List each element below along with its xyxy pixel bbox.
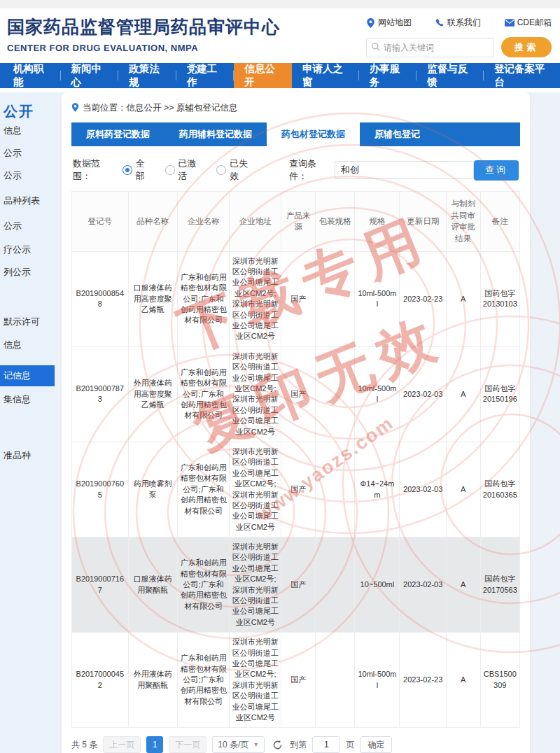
table-row[interactable]: B20190007873 外用液体药用高密度聚乙烯瓶 广东和创药用精密包材有限公… [72, 346, 520, 442]
nav-item-services[interactable]: 办事服务 [359, 63, 417, 88]
cell-update-date: 2023-02-23 [400, 251, 447, 346]
radio-option-all[interactable]: 全部 [122, 157, 154, 183]
tab-raw-material-data[interactable]: 原料药登记数据 [71, 122, 164, 146]
sidebar-item-4[interactable]: 公示 [0, 220, 55, 232]
nav-item-policy[interactable]: 政策法规 [118, 63, 176, 88]
cell-registration-no: B20190008548 [72, 251, 129, 346]
main-nav: 机构职能 新闻中心 政策法规 党建工作 信息公开 申请人之窗 办事服务 监督与反… [0, 63, 560, 88]
col-company-address: 企业地址 [230, 192, 281, 252]
cell-packaging-spec [316, 346, 355, 442]
radio-active-label: 已激活 [178, 157, 206, 183]
query-input[interactable] [335, 161, 474, 179]
cell-company-address: 深圳市光明新区公明街道工业公司塘尾工业区CM2号;深圳市光明新区公明街道工业公司… [230, 346, 281, 442]
tab-excipient-data[interactable]: 药用辅料登记数据 [164, 122, 267, 146]
table-row-highlighted[interactable]: B20190007167 口服液体药用聚酯瓶 广东和创药用精密包材有限公司;广东… [72, 537, 520, 633]
location-pin-icon [71, 103, 79, 114]
search-input[interactable] [384, 43, 461, 52]
search-icon [371, 41, 380, 54]
cell-company-address: 深圳市光明新区公明街道工业公司塘尾工业区CM2号;深圳市光明新区公明街道工业公司… [230, 537, 281, 633]
nav-item-supervision-feedback[interactable]: 监督与反馈 [416, 63, 484, 88]
sidebar-item-8[interactable]: 信息 [0, 339, 55, 351]
col-registration-no: 登记号 [72, 192, 129, 252]
radio-active-icon [165, 165, 175, 175]
cell-remark: 国药包字20160365 [480, 442, 519, 537]
cell-packaging-spec [316, 633, 355, 728]
cell-variety-name: 药用喷雾剂泵 [128, 442, 177, 537]
page-body: 公开 信息 公示 公示 品种列表 公示 疗公示 列公示 默示许可 信息 记信息 … [0, 92, 560, 753]
cell-variety-name: 外用液体药用高密度聚乙烯瓶 [128, 346, 177, 442]
nav-item-info-disclosure[interactable]: 信息公开 [234, 63, 292, 88]
tab-bar: 原料药登记数据 药用辅料登记数据 药包材登记数据 原辅包登记 [71, 122, 520, 146]
cell-registration-no: B20190007605 [72, 442, 129, 537]
sidebar-item-2[interactable]: 公示 [0, 169, 55, 182]
nav-item-org-functions[interactable]: 机构职能 [3, 63, 61, 88]
col-review-result: 与制剂共同审评审批结果 [446, 192, 480, 252]
current-page-button[interactable]: 1 [146, 736, 163, 753]
cell-review-result: A [446, 537, 480, 633]
scope-label: 数据范围： [73, 157, 118, 183]
table-header-row: 登记号 品种名称 企业名称 企业地址 产品来源 包装规格 规格 更新日期 与制剂… [72, 192, 520, 252]
breadcrumb: 当前位置：信息公开 >> 原辅包登记信息 [71, 102, 520, 114]
col-variety-name: 品种名称 [128, 192, 177, 252]
cell-packaging-spec [316, 442, 355, 537]
query-button[interactable]: 查询 [474, 160, 519, 181]
sidebar-item-10[interactable]: 集信息 [0, 393, 55, 406]
breadcrumb-text: 当前位置：信息公开 >> 原辅包登记信息 [83, 102, 238, 114]
table-row[interactable]: B20190007605 药用喷雾剂泵 广东和创药用精密包材有限公司;广东和创药… [72, 442, 520, 537]
scope-radio-group: 全部 已激活 已失效 [122, 157, 257, 183]
cell-product-origin: 国产 [281, 251, 316, 346]
cell-company-address: 深圳市光明新区公明街道工业公司塘尾工业区CM2号;深圳市光明新区公明街道工业公司… [230, 442, 281, 537]
registration-table: 登记号 品种名称 企业名称 企业地址 产品来源 包装规格 规格 更新日期 与制剂… [71, 191, 520, 728]
site-title-en: CENTER FOR DRUG EVALUATION, NMPA [7, 43, 280, 53]
cell-spec: 10ml-500ml [355, 346, 400, 442]
page-root: 国家药品监督管理局药品审评中心 CENTER FOR DRUG EVALUATI… [0, 0, 560, 753]
cell-variety-name: 外用液体药用聚酯瓶 [128, 633, 177, 728]
sidebar-item-0[interactable]: 信息 [0, 125, 55, 137]
search-box [366, 38, 494, 57]
sidebar-item-7[interactable]: 默示许可 [0, 316, 55, 328]
sidebar-item-6[interactable]: 列公示 [0, 266, 55, 279]
contact-link[interactable]: 联系我们 [435, 17, 481, 29]
site-logo: 国家药品监督管理局药品审评中心 CENTER FOR DRUG EVALUATI… [7, 15, 280, 63]
site-title-cn: 国家药品监督管理局药品审评中心 [7, 15, 280, 38]
cell-company-name: 广东和创药用精密包材有限公司;广东和创药用精密包材有限公司 [178, 633, 230, 728]
radio-expired-icon [216, 165, 226, 175]
goto-page-input[interactable] [312, 736, 340, 753]
col-spec: 规格 [355, 192, 400, 252]
mailbox-link[interactable]: CDE邮箱 [505, 17, 552, 29]
header-right: 网站地图 联系我们 CDE邮箱 搜索 [366, 15, 552, 63]
cell-company-name: 广东和创药用精密包材有限公司;广东和创药用精密包材有限公司 [178, 251, 230, 346]
tab-yuanfubao-registration[interactable]: 原辅包登记 [360, 122, 435, 146]
radio-option-active[interactable]: 已激活 [165, 157, 206, 183]
sidebar-item-3[interactable]: 品种列表 [0, 195, 55, 207]
next-page-button[interactable]: 下一页 [169, 736, 206, 753]
content-card: 当前位置：信息公开 >> 原辅包登记信息 原料药登记数据 药用辅料登记数据 药包… [62, 92, 530, 753]
sitemap-link[interactable]: 网站地图 [366, 17, 412, 29]
search-button[interactable]: 搜索 [501, 37, 552, 57]
radio-option-expired[interactable]: 已失效 [216, 157, 257, 183]
prev-page-button[interactable]: 上一页 [103, 736, 141, 753]
cell-review-result: A [446, 346, 480, 442]
sidebar-item-5[interactable]: 疗公示 [0, 244, 55, 256]
search-row: 搜索 [366, 37, 552, 57]
nav-item-registration-platform[interactable]: 登记备案平台 [484, 63, 560, 88]
mailbox-label: CDE邮箱 [517, 17, 552, 29]
refresh-icon[interactable] [270, 738, 284, 752]
col-product-origin: 产品来源 [281, 192, 316, 252]
col-company-name: 企业名称 [178, 192, 230, 252]
table-row[interactable]: B20190008548 口服液体药用高密度聚乙烯瓶 广东和创药用精密包材有限公… [72, 251, 520, 346]
page-size-select[interactable]: 10 条/页 ▼ [212, 736, 265, 753]
nav-item-applicant-window[interactable]: 申请人之窗 [292, 63, 359, 88]
cell-company-name: 广东和创药用精密包材有限公司;广东和创药用精密包材有限公司 [178, 537, 230, 633]
tab-packaging-material-data[interactable]: 药包材登记数据 [267, 122, 360, 146]
goto-confirm-button[interactable]: 确定 [360, 736, 392, 753]
cell-variety-name: 口服液体药用聚酯瓶 [128, 537, 177, 633]
filter-row: 数据范围： 全部 已激活 已失效 查询条件： [73, 157, 519, 183]
page-size-value: 10 条/页 [218, 739, 248, 751]
table-row[interactable]: B20170000452 外用液体药用聚酯瓶 广东和创药用精密包材有限公司;广东… [72, 633, 520, 728]
sidebar-item-registration-info[interactable]: 记信息 [0, 365, 55, 386]
nav-item-party-building[interactable]: 党建工作 [176, 63, 234, 88]
nav-item-news[interactable]: 新闻中心 [61, 63, 119, 88]
sidebar-item-1[interactable]: 公示 [0, 147, 55, 160]
sidebar-item-11[interactable]: 准品种 [0, 449, 55, 462]
